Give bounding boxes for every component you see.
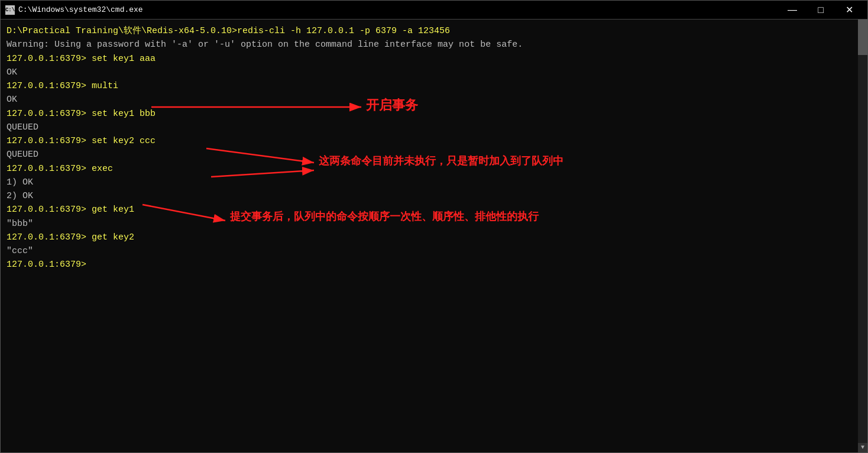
cmd-window: C:\ C:\Windows\system32\cmd.exe — □ ✕ D:… [0,0,868,453]
console-area[interactable]: D:\Practical Training\软件\Redis-x64-5.0.1… [1,20,867,452]
window-controls: — □ ✕ [779,1,863,19]
line-18: 127.0.0.1:6379> [7,258,861,271]
line-5: 127.0.0.1:6379> multi [7,79,861,93]
title-bar: C:\ C:\Windows\system32\cmd.exe — □ ✕ [1,1,867,20]
cmd-icon: C:\ [5,5,15,15]
line-11: 127.0.0.1:6379> exec [7,162,861,176]
line-7: 127.0.0.1:6379> set key1 bbb [7,107,861,121]
line-14: 127.0.0.1:6379> get key1 [7,203,861,216]
scrollbar-down-arrow[interactable]: ▼ [858,443,867,452]
line-4: OK [7,66,861,79]
scrollbar-track[interactable]: ▲ ▼ [858,20,867,452]
line-10: QUEUED [7,148,861,161]
minimize-button[interactable]: — [779,1,806,19]
line-15: "bbb" [7,217,861,231]
line-9: 127.0.0.1:6379> set key2 ccc [7,134,861,148]
close-button[interactable]: ✕ [835,1,863,19]
line-12: 1) OK [7,176,861,189]
window-title: C:\Windows\system32\cmd.exe [18,5,779,14]
line-6: OK [7,93,861,106]
line-1: D:\Practical Training\软件\Redis-x64-5.0.1… [7,24,861,38]
line-17: "ccc" [7,244,861,258]
maximize-button[interactable]: □ [807,1,834,19]
line-3: 127.0.0.1:6379> set key1 aaa [7,52,861,66]
line-13: 2) OK [7,189,861,203]
line-8: QUEUED [7,121,861,134]
line-2: Warning: Using a password with '-a' or '… [7,38,861,51]
scrollbar-thumb[interactable] [858,20,867,55]
line-16: 127.0.0.1:6379> get key2 [7,231,861,244]
